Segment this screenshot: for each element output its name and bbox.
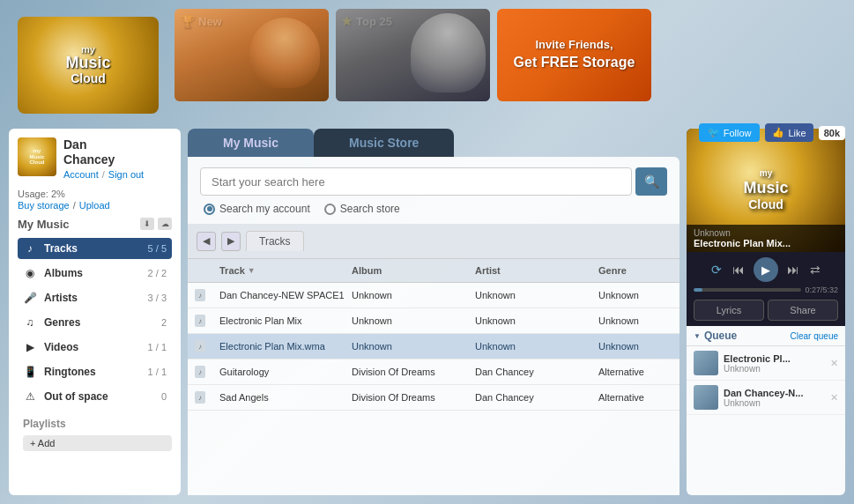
sidebar-item-albums[interactable]: ◉ Albums 2 / 2: [18, 263, 172, 284]
tab-music-store[interactable]: Music Store: [314, 129, 454, 157]
table-row[interactable]: ♪ Sad Angels Division Of Dreams Dan Chan…: [188, 385, 679, 411]
sidebar-item-genres-label: Genres: [44, 316, 154, 329]
user-info: Dan Chancey Account / Sign out: [63, 137, 172, 180]
player-title: Electronic Plan Mix...: [694, 238, 838, 248]
clear-queue-button[interactable]: Clear queue: [791, 331, 838, 341]
td-icon-5: ♪: [188, 387, 212, 408]
sidebar-item-ringtones[interactable]: 📱 Ringtones 1 / 1: [18, 361, 172, 382]
radio-store-label: Search store: [340, 203, 400, 215]
track-file-icon: ♪: [195, 340, 205, 352]
follow-button[interactable]: 🐦 Follow: [699, 123, 761, 142]
tab-my-music[interactable]: My Music: [188, 129, 314, 157]
search-input[interactable]: [200, 167, 632, 196]
queue-thumb-2: [694, 385, 718, 410]
player-artist: Unknown: [694, 228, 838, 238]
banner-new[interactable]: 🏆 New: [175, 9, 329, 101]
queue-close-2[interactable]: ✕: [830, 392, 838, 404]
sidebar-item-tracks-count: 5 / 5: [148, 243, 167, 254]
th-artist[interactable]: Artist: [468, 263, 591, 278]
play-button[interactable]: ▶: [754, 257, 778, 282]
td-album-2: Unknown: [345, 310, 468, 331]
td-genre-5: Alternative: [591, 387, 679, 408]
radio-store[interactable]: Search store: [324, 203, 400, 215]
progress-bar[interactable]: [694, 288, 801, 292]
td-album-4: Division Of Dreams: [345, 361, 468, 382]
td-track-3: Electronic Plan Mix.wma: [212, 336, 345, 357]
like-button[interactable]: 👍 Like: [765, 123, 813, 142]
sidebar-item-ringtones-count: 1 / 1: [148, 367, 167, 377]
sidebar-item-out-of-space-label: Out of space: [44, 390, 154, 403]
time-display: 0:27/5:32: [805, 285, 838, 294]
videos-icon: ▶: [23, 340, 37, 354]
next-button[interactable]: ⏭: [785, 261, 801, 278]
like-count: 80k: [819, 126, 845, 140]
cloud-icon[interactable]: ☁: [158, 218, 172, 230]
prev-button[interactable]: ⏮: [731, 261, 746, 278]
th-icon: [188, 263, 212, 278]
follow-label: Follow: [724, 128, 752, 138]
th-genre-label: Genre: [598, 265, 627, 276]
table-row[interactable]: ♪ Electronic Plan Mix.wma Unknown Unknow…: [188, 334, 679, 359]
sidebar-item-ringtones-label: Ringtones: [44, 366, 141, 378]
table-row[interactable]: ♪ Dan Chancey-NEW SPACE1.mp3 Unknown Unk…: [188, 283, 679, 308]
sidebar-item-out-of-space[interactable]: ⚠ Out of space 0: [18, 386, 172, 407]
banner-top25[interactable]: ★ Top 25: [336, 9, 490, 101]
td-genre-4: Alternative: [591, 361, 679, 382]
sidebar-item-videos-count: 1 / 1: [148, 342, 167, 352]
upload-link[interactable]: Upload: [79, 200, 110, 211]
like-label: Like: [788, 128, 806, 138]
th-album[interactable]: Album: [345, 263, 468, 278]
add-playlist-button[interactable]: + Add: [23, 435, 172, 451]
share-button[interactable]: Share: [768, 300, 838, 321]
search-button[interactable]: 🔍: [635, 167, 667, 196]
th-artist-label: Artist: [475, 265, 501, 276]
table-row[interactable]: ♪ Electronic Plan Mix Unknown Unknown Un…: [188, 308, 679, 334]
buy-storage-link[interactable]: Buy storage: [18, 200, 70, 211]
player-art: my Music Cloud Unknown Electronic Plan M…: [687, 129, 845, 252]
prev-arrow[interactable]: ◀: [197, 232, 216, 251]
queue-close-1[interactable]: ✕: [830, 358, 838, 369]
table-row[interactable]: ♪ Guitarology Division Of Dreams Dan Cha…: [188, 359, 679, 385]
queue-item[interactable]: Dan Chancey-N... Unknown ✕: [687, 381, 845, 415]
sidebar-item-tracks[interactable]: ♪ Tracks 5 / 5: [18, 238, 172, 259]
my-music-icons: ⬇ ☁: [140, 218, 172, 230]
ringtones-icon: 📱: [23, 365, 37, 379]
albums-icon: ◉: [23, 266, 37, 280]
th-album-label: Album: [352, 265, 382, 276]
th-track[interactable]: Track ▼: [212, 263, 345, 278]
td-artist-1: Unknown: [468, 285, 591, 306]
sidebar-item-genres[interactable]: ♫ Genres 2: [18, 312, 172, 333]
shuffle-button[interactable]: ⇄: [808, 261, 822, 278]
sidebar-item-out-of-space-count: 0: [161, 391, 167, 402]
queue-item[interactable]: Electronic Pl... Unknown ✕: [687, 346, 845, 381]
td-artist-2: Unknown: [468, 310, 591, 331]
queue-info-1: Electronic Pl... Unknown: [724, 353, 825, 374]
tracks-tab[interactable]: Tracks: [246, 231, 304, 251]
account-link[interactable]: Account: [63, 169, 99, 180]
sidebar-item-videos-label: Videos: [44, 341, 141, 353]
next-arrow[interactable]: ▶: [221, 232, 241, 251]
td-artist-3: Unknown: [468, 336, 591, 357]
playlists-header: Playlists: [18, 416, 172, 432]
td-track-4: Guitarology: [212, 361, 345, 382]
banner-invite[interactable]: Invite Friends, Get FREE Storage: [497, 9, 651, 101]
radio-my-account[interactable]: Search my account: [204, 203, 310, 215]
queue-artist-2: Unknown: [724, 398, 825, 408]
lyrics-button[interactable]: Lyrics: [694, 300, 764, 321]
signout-link[interactable]: Sign out: [108, 169, 144, 180]
radio-row: Search my account Search store: [200, 203, 667, 215]
download-icon[interactable]: ⬇: [140, 218, 154, 230]
queue-title: ▼ Queue: [694, 330, 737, 342]
th-genre[interactable]: Genre: [591, 263, 679, 278]
tabs-row: My Music Music Store: [188, 129, 679, 157]
track-file-icon: ♪: [195, 289, 205, 301]
sidebar-item-artists-count: 3 / 3: [148, 293, 167, 303]
sidebar-item-artists[interactable]: 🎤 Artists 3 / 3: [18, 287, 172, 308]
sidebar-item-videos[interactable]: ▶ Videos 1 / 1: [18, 337, 172, 358]
queue-thumb-1: [694, 351, 718, 375]
sidebar-item-albums-label: Albums: [44, 267, 141, 279]
tracks-panel: ◀ ▶ Tracks Track ▼ Album Artist: [188, 224, 679, 495]
app-logo[interactable]: my Music Cloud: [18, 17, 159, 114]
repeat-button[interactable]: ⟳: [709, 261, 724, 278]
sort-icon: ▼: [248, 266, 256, 275]
